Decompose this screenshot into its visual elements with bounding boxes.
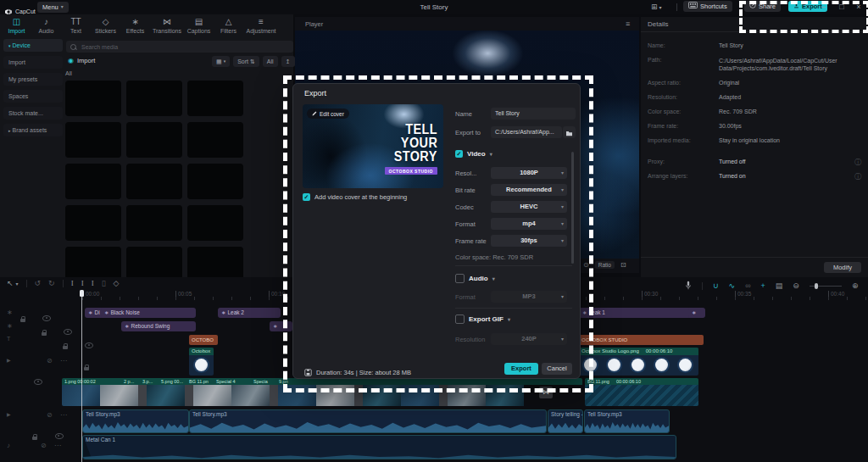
modify-button[interactable]: Modify [824, 262, 861, 273]
search-bar[interactable] [66, 41, 293, 53]
layout-button[interactable]: ⊞ ▾ [651, 3, 662, 11]
info-icon[interactable]: ⓘ [854, 158, 861, 167]
shortcuts-button[interactable]: Shortcuts [683, 1, 732, 12]
sidebar-item-spaces[interactable]: Spaces [3, 90, 63, 103]
timeline-zoom-slider[interactable] [810, 282, 842, 290]
lock-icon[interactable] [84, 367, 89, 370]
ratio-button[interactable]: Ratio [595, 261, 615, 269]
split-left-tool[interactable]: I [81, 279, 84, 287]
media-tile[interactable] [126, 164, 182, 199]
media-tile[interactable] [65, 81, 121, 116]
tab-effects[interactable]: ∗Effects [120, 17, 150, 34]
format-dropdown[interactable]: mp4▾ [491, 218, 567, 230]
media-tile[interactable] [65, 164, 121, 199]
undo-button[interactable]: ↺ [35, 279, 42, 287]
browse-folder-button[interactable] [563, 126, 576, 138]
lock-icon[interactable] [32, 437, 37, 440]
checkbox-checked-icon[interactable]: ✓ [455, 150, 463, 158]
lock-icon[interactable] [20, 319, 25, 322]
audio-clip[interactable]: Tell Story.mp3 [584, 409, 670, 433]
gif-resolution-dropdown[interactable]: 240P▾ [491, 333, 567, 345]
eye-icon[interactable] [34, 379, 42, 385]
export-confirm-button[interactable]: Export [504, 363, 538, 375]
audio-section-header[interactable]: Audio ▾ [455, 274, 495, 283]
sidebar-item-my-presets[interactable]: My presets [3, 73, 63, 86]
media-tile[interactable] [65, 205, 121, 241]
more-icon[interactable]: ⋯ [60, 357, 67, 365]
share-button[interactable]: Share [744, 1, 781, 12]
audio-clip[interactable]: Tell Story.mp3 [189, 409, 547, 433]
text-clip[interactable]: OCTOBOX STUDIO [579, 335, 704, 345]
minimize-button[interactable]: – [817, 3, 829, 11]
export-to-input[interactable]: C:/Users/Ashraf/App... [491, 126, 562, 138]
effect-clip[interactable]: ∗ [270, 321, 292, 331]
search-input[interactable] [80, 43, 253, 51]
sidebar-item-brand-assets[interactable]: ▸ Brand assets [3, 124, 63, 136]
sticker-clip[interactable]: Octobox [189, 348, 214, 376]
audio-clip-metal-can[interactable]: Metal Can 1 [82, 435, 676, 459]
media-tile[interactable] [187, 81, 243, 116]
tab-filters[interactable]: △Filters [214, 17, 243, 34]
media-tile[interactable] [187, 164, 243, 199]
sidebar-item-stock-material[interactable]: Stock mate... [3, 107, 63, 120]
sidebar-item-import[interactable]: Import [3, 56, 63, 69]
tab-transitions[interactable]: ⋈Transitions [150, 17, 184, 34]
tab-import[interactable]: ◫Import [2, 17, 31, 34]
split-tool[interactable]: I [71, 279, 74, 287]
player-menu-icon[interactable]: ≡ [626, 19, 630, 28]
transition-icon[interactable]: ⋈ [539, 387, 553, 398]
audio-clip[interactable]: Tell Story.mp3 [82, 409, 189, 433]
eye-icon[interactable] [55, 433, 64, 439]
maximize-button[interactable]: □ [836, 3, 848, 11]
codec-dropdown[interactable]: HEVC▾ [491, 201, 567, 213]
media-tile[interactable] [126, 122, 182, 158]
preview-axis-icon[interactable]: + [761, 281, 765, 290]
eye-icon[interactable] [85, 342, 93, 348]
media-tile[interactable] [187, 247, 243, 277]
cancel-button[interactable]: Cancel [542, 363, 572, 375]
eye-icon[interactable] [42, 315, 51, 321]
zoom-in-icon[interactable]: ⊕ [852, 281, 859, 290]
add-cover-row[interactable]: ✓ Add video cover at the beginning [303, 193, 407, 201]
close-button[interactable]: × [853, 3, 865, 11]
mute-icon[interactable]: ⊘ [41, 442, 47, 449]
media-tile[interactable] [187, 205, 243, 241]
select-tool[interactable]: ↖ [7, 279, 14, 287]
link-icon[interactable]: ∞ [745, 281, 750, 290]
fit-icon[interactable]: ⊙ [583, 261, 589, 269]
sticker-clip[interactable]: Octobox Studio Logo.png00:00:06:10 [579, 348, 698, 376]
checkbox-unchecked-icon[interactable] [455, 314, 465, 324]
checkbox-unchecked-icon[interactable] [455, 274, 465, 283]
cover-icon[interactable]: ▤ [776, 281, 783, 290]
video-clip-group[interactable]: 1.png 00:00:02 2 p... 3.p... 5.png 00...… [62, 378, 582, 406]
gif-section-header[interactable]: Export GIF ▾ [455, 314, 510, 324]
more-icon[interactable]: ⋯ [60, 411, 67, 419]
audio-clip[interactable]: Story telling - [548, 409, 583, 433]
tab-adjustment[interactable]: ≡Adjustment [243, 17, 279, 34]
tab-audio[interactable]: ♪Audio [31, 17, 61, 34]
lock-icon[interactable] [42, 332, 47, 336]
fullscreen-icon[interactable]: ⊡ [620, 261, 626, 269]
media-source-toggle[interactable]: ◉ Import [68, 57, 95, 64]
audio-format-dropdown[interactable]: MP3▾ [491, 291, 567, 303]
view-mode-button[interactable]: ▦▾ [212, 56, 230, 67]
media-tile[interactable] [65, 247, 121, 277]
mute-icon[interactable]: ⊘ [47, 357, 53, 365]
text-clip[interactable]: OCTOBO [189, 335, 218, 345]
effect-clip[interactable]: ∗Leak 1 [579, 308, 693, 318]
sort-button[interactable]: Sort⇅ [233, 56, 259, 67]
effect-clip[interactable]: ∗Rebound Swing [121, 321, 196, 331]
framerate-dropdown[interactable]: 30fps▾ [491, 235, 567, 247]
tab-captions[interactable]: ▤Captions [184, 17, 214, 34]
chevron-down-icon[interactable]: ▾ [16, 281, 19, 287]
sidebar-item-device[interactable]: ▾ Device [3, 39, 63, 52]
bitrate-dropdown[interactable]: Recommended▾ [491, 184, 567, 196]
media-tile[interactable] [187, 122, 243, 158]
effect-clip[interactable]: ∗Black Noise [101, 308, 196, 318]
slider-thumb[interactable] [815, 283, 818, 289]
more-icon[interactable]: ⋯ [54, 442, 61, 449]
checkbox-checked-icon[interactable]: ✓ [303, 193, 310, 201]
media-tile[interactable] [65, 122, 121, 158]
mask-tool[interactable]: ◇ [114, 279, 120, 287]
video-section-header[interactable]: ✓ Video ▾ [455, 150, 492, 158]
